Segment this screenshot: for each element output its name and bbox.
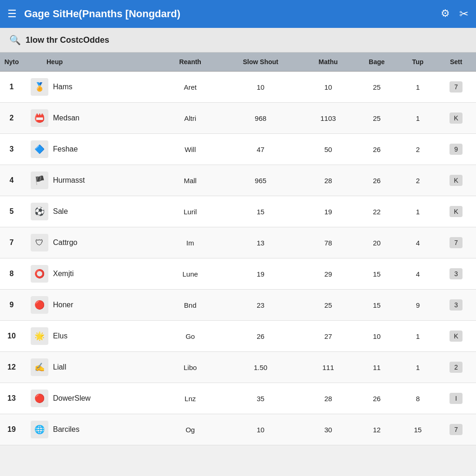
table-row: 1 🏅 Hams Aret 10 10 25 1 7 <box>0 72 476 103</box>
row-tup: 1 <box>399 103 436 134</box>
app-title: Gage SitHe(Pnanths [Nongdard) <box>24 8 441 20</box>
row-bage: 25 <box>354 103 400 134</box>
row-team: 🔴 DowerSlew <box>23 383 161 414</box>
team-logo: 🔷 <box>31 140 48 158</box>
sett-badge: 7 <box>450 237 463 248</box>
row-sett: 7 <box>436 414 476 445</box>
row-mathu: 27 <box>302 321 354 352</box>
row-mathu: 111 <box>302 352 354 383</box>
menu-icon[interactable]: ☰ <box>7 9 17 19</box>
table-row: 7 🛡 Cattrgo Im 13 78 20 4 7 <box>0 227 476 258</box>
team-logo: 🛡 <box>31 234 48 251</box>
row-mathu: 10 <box>302 72 354 103</box>
row-mathu: 28 <box>302 165 354 196</box>
col-header-sett: Sett <box>436 53 476 72</box>
team-logo: ⭕ <box>31 265 48 283</box>
sett-badge: 3 <box>450 268 463 279</box>
row-nyto: 10 <box>0 321 23 352</box>
row-reanth: Lune <box>161 258 218 290</box>
row-bage: 11 <box>354 352 400 383</box>
row-reanth: Og <box>161 414 218 445</box>
row-team: ⭕ Xemjti <box>23 258 161 290</box>
table-row: 5 ⚽ Sale Luril 15 19 22 1 K <box>0 196 476 227</box>
row-sett: 2 <box>436 352 476 383</box>
row-sett: I <box>436 383 476 414</box>
row-slow-shout: 19 <box>219 258 302 290</box>
col-header-mathu: Mathu <box>302 53 354 72</box>
table-row: 9 🔴 Honer Bnd 23 25 15 9 3 <box>0 290 476 321</box>
row-bage: 20 <box>354 227 400 258</box>
row-bage: 26 <box>354 134 400 165</box>
team-logo: ✍ <box>31 358 48 376</box>
col-header-reanth: Reanth <box>161 53 218 72</box>
sett-badge: K <box>450 206 463 217</box>
row-sett: 7 <box>436 72 476 103</box>
row-slow-shout: 968 <box>219 103 302 134</box>
row-mathu: 19 <box>302 196 354 227</box>
row-slow-shout: 965 <box>219 165 302 196</box>
row-mathu: 30 <box>302 414 354 445</box>
row-nyto: 5 <box>0 196 23 227</box>
row-mathu: 25 <box>302 290 354 321</box>
team-name: Medsan <box>53 114 79 122</box>
row-tup: 2 <box>399 165 436 196</box>
team-name: Xemjti <box>53 270 73 278</box>
team-name: Liall <box>53 363 66 371</box>
team-name: Barciles <box>53 425 79 434</box>
row-team: 🏅 Hams <box>23 72 161 103</box>
team-name: Sale <box>53 207 68 216</box>
row-reanth: Will <box>161 134 218 165</box>
team-logo: 🌟 <box>31 327 48 345</box>
sett-badge: K <box>450 112 463 124</box>
row-nyto: 9 <box>0 290 23 321</box>
row-team: 🔴 Honer <box>23 290 161 321</box>
search-bar: 🔍 1low thr CostcOddes <box>0 28 476 53</box>
row-bage: 26 <box>354 383 400 414</box>
row-sett: 3 <box>436 290 476 321</box>
row-nyto: 3 <box>0 134 23 165</box>
col-header-heup: Heup <box>23 53 161 72</box>
row-tup: 1 <box>399 196 436 227</box>
row-slow-shout: 10 <box>219 72 302 103</box>
row-sett: 3 <box>436 258 476 290</box>
row-slow-shout: 23 <box>219 290 302 321</box>
row-slow-shout: 15 <box>219 196 302 227</box>
col-header-bage: Bage <box>354 53 400 72</box>
team-name: Cattrgo <box>53 238 77 247</box>
team-name: Hurmasst <box>53 176 85 185</box>
row-mathu: 50 <box>302 134 354 165</box>
standings-table: Nyto Heup Reanth Slow Shout Mathu Bage T… <box>0 53 476 445</box>
table-row: 3 🔷 Feshae Will 47 50 26 2 9 <box>0 134 476 165</box>
row-tup: 1 <box>399 72 436 103</box>
team-name: DowerSlew <box>53 394 91 403</box>
team-logo: ⚽ <box>31 203 48 220</box>
row-bage: 10 <box>354 321 400 352</box>
row-slow-shout: 10 <box>219 414 302 445</box>
row-slow-shout: 1.50 <box>219 352 302 383</box>
team-logo: 🏅 <box>31 78 48 96</box>
row-bage: 22 <box>354 196 400 227</box>
row-tup: 9 <box>399 290 436 321</box>
row-nyto: 1 <box>0 72 23 103</box>
row-nyto: 2 <box>0 103 23 134</box>
sett-badge: 7 <box>450 424 463 435</box>
sett-badge: 2 <box>450 362 463 373</box>
col-header-nyto: Nyto <box>0 53 23 72</box>
row-reanth: Im <box>161 227 218 258</box>
team-name: Hams <box>53 83 73 91</box>
table-row: 8 ⭕ Xemjti Lune 19 29 15 4 3 <box>0 258 476 290</box>
search-icon: 🔍 <box>9 34 21 46</box>
table-row: 12 ✍ Liall Libo 1.50 111 11 1 2 <box>0 352 476 383</box>
row-reanth: Go <box>161 321 218 352</box>
close-icon[interactable]: ✂ <box>459 7 469 20</box>
settings-icon[interactable]: ⚙ <box>441 7 450 20</box>
row-slow-shout: 47 <box>219 134 302 165</box>
row-nyto: 4 <box>0 165 23 196</box>
row-mathu: 29 <box>302 258 354 290</box>
row-nyto: 7 <box>0 227 23 258</box>
row-team: 📛 Medsan <box>23 103 161 134</box>
row-tup: 2 <box>399 134 436 165</box>
row-nyto: 12 <box>0 352 23 383</box>
row-sett: 7 <box>436 227 476 258</box>
search-label: 1low thr CostcOddes <box>26 35 109 45</box>
